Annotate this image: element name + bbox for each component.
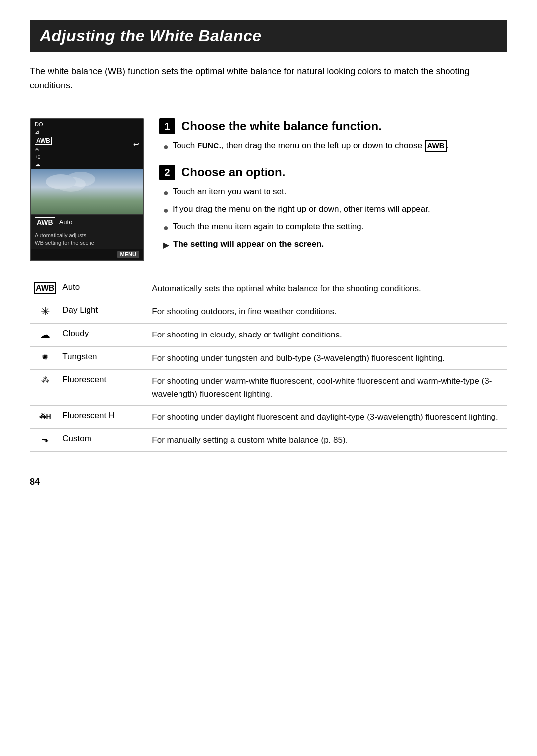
cloud-icon: ☁ [40,329,50,340]
step-2-text-3: Touch the menu item again to complete th… [173,220,364,233]
table-row: ⬎CustomFor manually setting a custom whi… [30,428,507,452]
camera-top-bar: DO ⊿ AWB ✳ +0 ☁ ↩ [31,119,143,169]
wb-name-2: Cloudy [58,324,148,347]
wb-desc-3: For shooting under tungsten and bulb-typ… [148,346,507,370]
wb-name-5: Fluorescent H [58,406,148,429]
intro-text: The white balance (WB) function sets the… [30,64,507,103]
title-bar: Adjusting the White Balance [30,20,507,52]
step-2-bullet-2: ● If you drag the menu on the right up o… [163,203,507,217]
wb-icon-6: ⬎ [30,428,58,452]
step-2-text-1: Touch an item you want to set. [173,185,287,198]
camera-screen: DO ⊿ AWB ✳ +0 ☁ ↩ AWB Auto Automatically… [30,118,144,262]
table-row: ⁂HFluorescent HFor shooting under daylig… [30,406,507,429]
wb-name-0: Auto [58,277,148,300]
step-1-number: 1 [159,118,175,134]
camera-desc: Automatically adjusts WB setting for the… [31,230,143,249]
step-1-bullet-1: ● Touch FUNC., then drag the menu on the… [163,139,507,154]
step-1-bullet-text: Touch FUNC., then drag the menu on the l… [173,139,449,152]
arrow-icon: ▶ [163,239,169,251]
camera-icon-cloud: ☁ [35,161,52,168]
step-2-text-2: If you drag the menu on the right up or … [173,203,430,216]
page-title: Adjusting the White Balance [40,27,497,45]
wb-name-6: Custom [58,428,148,452]
camera-icon-wb: ✳ [35,146,52,153]
step-2: 2 Choose an option. ● Touch an item you … [159,165,507,251]
wb-desc-4: For shooting under warm-white fluorescen… [148,370,507,406]
func-code: FUNC. [197,141,221,150]
steps-wrapper: DO ⊿ AWB ✳ +0 ☁ ↩ AWB Auto Automatically… [30,118,507,262]
step-2-bullet-3: ● Touch the menu item again to complete … [163,220,507,235]
wb-desc-6: For manually setting a custom white bala… [148,428,507,452]
step-1-title: Choose the white balance function. [181,119,382,133]
camera-image [31,169,143,214]
wb-desc-2: For shooting in cloudy, shady or twiligh… [148,324,507,347]
wb-name-1: Day Light [58,300,148,324]
menu-button: MENU [117,251,139,258]
wb-name-4: Fluorescent [58,370,148,406]
sun-icon: ✳ [41,305,50,318]
bullet-icon-1: ● [163,140,169,154]
steps-content: 1 Choose the white balance function. ● T… [159,118,507,262]
wb-desc-1: For shooting outdoors, in fine weather c… [148,300,507,324]
bullet-icon-2b: ● [163,204,169,217]
camera-awb-icon: AWB [35,137,52,145]
step-1: 1 Choose the white balance function. ● T… [159,118,507,154]
wb-icon-4: ⁂ [30,370,58,406]
camera-icon-num: +0 [35,154,52,160]
custom-icon: ⬎ [41,434,49,444]
wb-icon-0: AWB [30,277,58,300]
wb-desc-5: For shooting under daylight fluorescent … [148,406,507,429]
page-number: 84 [30,477,507,487]
step-2-body: ● Touch an item you want to set. ● If yo… [159,185,507,251]
table-row: ☁CloudyFor shooting in cloudy, shady or … [30,324,507,347]
step-2-number: 2 [159,165,175,180]
step-2-bullet-1: ● Touch an item you want to set. [163,185,507,200]
step-2-header: 2 Choose an option. [159,165,507,180]
step-2-text-4: The setting will appear on the screen. [173,238,324,251]
awb-table-badge: AWB [34,282,56,294]
bullet-icon-2c: ● [163,221,169,235]
back-icon: ↩ [133,140,139,148]
table-row: ✳Day LightFor shooting outdoors, in fine… [30,300,507,324]
bullet-icon-2a: ● [163,186,169,200]
table-row: ⁂FluorescentFor shooting under warm-whit… [30,370,507,406]
wb-name-3: Tungsten [58,346,148,370]
awb-menu-label: Auto [59,218,73,226]
fluorescent-h-icon: ⁂H [39,412,51,420]
camera-icon-ar: ⊿ [35,129,52,135]
step-2-title: Choose an option. [181,166,285,179]
wb-table: AWBAutoAutomatically sets the optimal wh… [30,277,507,452]
step-1-body: ● Touch FUNC., then drag the menu on the… [159,139,507,154]
step-2-bullet-4: ▶ The setting will appear on the screen. [163,238,507,251]
wb-icon-1: ✳ [30,300,58,324]
camera-menu-row: AWB Auto [31,214,143,230]
awb-badge-inline: AWB [425,140,447,152]
wb-icon-3: ✺ [30,346,58,370]
camera-icon-do: DO [35,121,52,127]
table-row: ✺TungstenFor shooting under tungsten and… [30,346,507,370]
step-1-header: 1 Choose the white balance function. [159,118,507,134]
camera-footer: MENU [31,249,143,260]
camera-icons-left: DO ⊿ AWB ✳ +0 ☁ [35,121,52,168]
wb-desc-0: Automatically sets the optimal white bal… [148,277,507,300]
awb-menu-badge: AWB [35,217,55,227]
fluorescent-icon: ⁂ [41,376,49,384]
wb-icon-5: ⁂H [30,406,58,429]
table-row: AWBAutoAutomatically sets the optimal wh… [30,277,507,300]
tungsten-icon: ✺ [42,353,48,361]
wb-icon-2: ☁ [30,324,58,347]
